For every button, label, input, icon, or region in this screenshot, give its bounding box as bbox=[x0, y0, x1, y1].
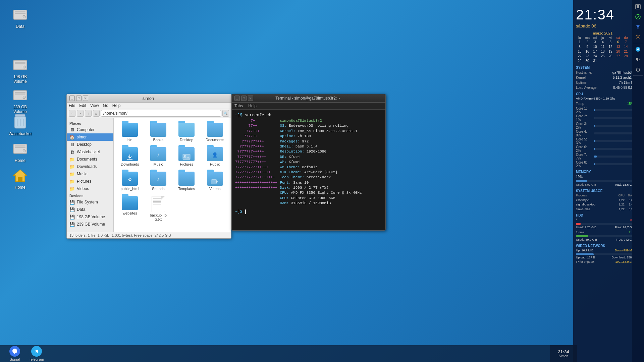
nav-back-btn[interactable]: ‹ bbox=[69, 110, 75, 117]
cal-day-6[interactable]: 6 bbox=[614, 40, 622, 44]
cal-day-25[interactable]: 25 bbox=[599, 54, 606, 58]
cal-day-19[interactable]: 19 bbox=[607, 49, 614, 54]
file-item-public[interactable]: Public bbox=[202, 146, 228, 168]
sidebar-device-filesystem[interactable]: 💾 File System bbox=[67, 198, 113, 206]
file-item-books[interactable]: Books bbox=[146, 121, 171, 143]
terminal-close-btn[interactable]: ✕ bbox=[248, 96, 253, 101]
cal-day-28[interactable]: 28 bbox=[622, 54, 630, 58]
pictures-icon: 📁 bbox=[69, 179, 75, 184]
cal-day-1[interactable]: 1 bbox=[576, 40, 583, 44]
nav-up-btn[interactable]: ↑ bbox=[85, 110, 92, 117]
panel-icon-volume[interactable] bbox=[634, 55, 642, 63]
file-item-public_html[interactable]: ⚙ public_html bbox=[117, 170, 143, 192]
file-item-websites[interactable]: websites bbox=[117, 195, 143, 223]
panel-icon-settings[interactable] bbox=[634, 33, 642, 41]
sidebar-device-data[interactable]: 💾 Data bbox=[67, 206, 113, 213]
sidebar-item-music[interactable]: 📁 Music bbox=[67, 170, 113, 178]
panel-icon-telegram[interactable] bbox=[634, 45, 642, 53]
file-item-desktop[interactable]: Desktop bbox=[174, 121, 200, 143]
cal-day-17[interactable]: 17 bbox=[591, 49, 599, 54]
file-item-downloads[interactable]: Downloads bbox=[117, 146, 143, 168]
cal-day-4[interactable]: 4 bbox=[599, 40, 606, 44]
nav-forward-btn[interactable]: › bbox=[77, 110, 84, 117]
sidebar-item-pictures[interactable]: 📁 Pictures bbox=[67, 178, 113, 185]
cal-day-26[interactable]: 26 bbox=[607, 54, 614, 58]
cal-day-21[interactable]: 21 bbox=[622, 49, 630, 54]
cal-day-12[interactable]: 12 bbox=[607, 45, 614, 49]
sidebar-item-computer[interactable]: 🖥 Computer bbox=[67, 126, 113, 133]
cal-day-10[interactable]: 10 bbox=[591, 45, 599, 49]
terminal-content[interactable]: ~]$ screenfetch 7+ 77++ 777+++ 7777++ 77… bbox=[232, 110, 385, 230]
menu-edit[interactable]: Edit bbox=[79, 103, 86, 108]
desktop-icon-data[interactable]: Data bbox=[7, 7, 34, 29]
taskbar-signal-item[interactable]: Signal bbox=[7, 345, 23, 362]
cal-day-27[interactable]: 27 bbox=[614, 54, 622, 58]
terminal-minimize-btn[interactable]: _ bbox=[234, 96, 240, 101]
cal-day-5[interactable]: 5 bbox=[607, 40, 614, 44]
file-item-documents[interactable]: Documents bbox=[202, 121, 228, 143]
trash-icon-sidebar: 🗑 bbox=[69, 149, 75, 155]
videos-icon: 📁 bbox=[69, 186, 75, 191]
file-item-templates[interactable]: Templates bbox=[174, 170, 200, 192]
menu-help[interactable]: Help bbox=[112, 103, 121, 108]
sidebar-device-239gb[interactable]: 💾 239 GB Volume bbox=[67, 221, 113, 228]
cal-day-15[interactable]: 15 bbox=[576, 49, 583, 54]
sidebar-item-videos[interactable]: 📁 Videos bbox=[67, 185, 113, 192]
cal-day-8[interactable]: 8 bbox=[576, 45, 583, 49]
file-item-backup-log[interactable]: backup_log.txt bbox=[146, 195, 171, 223]
terminal-tab-help[interactable]: Help bbox=[248, 104, 257, 108]
file-manager-body: Places 🖥 Computer 🏠 simon 🖥 Desktop 🗑 Wa… bbox=[67, 118, 231, 232]
taskbar-telegram-item[interactable]: Telegram bbox=[26, 345, 47, 362]
menu-go[interactable]: Go bbox=[103, 103, 108, 108]
sidebar-item-wastebasket[interactable]: 🗑 Wastebasket bbox=[67, 148, 113, 156]
file-item-sounds[interactable]: Sounds bbox=[146, 170, 171, 192]
desktop-icon-239gb[interactable]: 239 GB Volume bbox=[7, 87, 34, 114]
cal-day-20[interactable]: 20 bbox=[614, 49, 622, 54]
cal-day-30[interactable]: 30 bbox=[584, 59, 591, 63]
file-item-pictures[interactable]: Pictures bbox=[174, 146, 200, 168]
sidebar-item-simon[interactable]: 🏠 simon bbox=[67, 133, 113, 141]
nav-home-btn[interactable]: ⌂ bbox=[93, 110, 100, 117]
cal-day-18[interactable]: 18 bbox=[599, 49, 606, 54]
desktop-icon-198gb[interactable]: 198 GB Volume bbox=[7, 57, 34, 84]
menu-view[interactable]: View bbox=[90, 103, 99, 108]
svg-rect-12 bbox=[15, 114, 25, 116]
file-item-music[interactable]: Music bbox=[146, 146, 171, 168]
file-item-videos[interactable]: Videos bbox=[202, 170, 228, 192]
sidebar-item-downloads[interactable]: 📁 Downloads bbox=[67, 163, 113, 170]
cal-day-13[interactable]: 13 bbox=[614, 45, 622, 49]
music-icon: 📁 bbox=[69, 171, 75, 177]
titlebar-minimize-btn[interactable]: _ bbox=[69, 96, 75, 101]
desktop-icon-wastebasket[interactable]: Wastebasket bbox=[7, 114, 34, 136]
sidebar-item-documents[interactable]: 📁 Documents bbox=[67, 156, 113, 163]
panel-icon-1[interactable] bbox=[634, 3, 642, 11]
terminal-tab-tabs[interactable]: Tabs bbox=[234, 104, 243, 108]
terminal-restore-btn[interactable]: □ bbox=[241, 96, 247, 101]
cal-day-11[interactable]: 11 bbox=[599, 45, 606, 49]
panel-icon-wifi[interactable] bbox=[634, 23, 642, 31]
titlebar-restore-btn[interactable]: □ bbox=[76, 96, 82, 101]
cal-day-22[interactable]: 22 bbox=[576, 54, 583, 58]
cal-day-7[interactable]: 7 bbox=[622, 40, 630, 44]
nav-search-btn[interactable]: 🔍 bbox=[222, 110, 229, 117]
cal-day-2[interactable]: 2 bbox=[584, 40, 591, 44]
titlebar-close-btn[interactable]: ✕ bbox=[83, 96, 88, 101]
desktop-icon-filesystem[interactable]: Home bbox=[7, 141, 34, 163]
cal-day-31[interactable]: 31 bbox=[591, 59, 599, 63]
menu-file[interactable]: File bbox=[69, 103, 75, 108]
239gb-icon: 💾 bbox=[69, 222, 75, 227]
panel-icon-power[interactable] bbox=[634, 65, 642, 73]
desktop-icon-home[interactable]: Home bbox=[7, 168, 34, 190]
cal-day-9[interactable]: 9 bbox=[584, 45, 591, 49]
cal-day-16[interactable]: 16 bbox=[584, 49, 591, 54]
cal-day-29[interactable]: 29 bbox=[576, 59, 583, 63]
sidebar-item-desktop[interactable]: 🖥 Desktop bbox=[67, 141, 113, 148]
cal-day-14[interactable]: 14 bbox=[622, 45, 630, 49]
sidebar-device-198gb[interactable]: 💾 198 GB Volume bbox=[67, 213, 113, 221]
panel-icon-2[interactable] bbox=[634, 13, 642, 21]
file-item-bin[interactable]: bin bbox=[117, 121, 143, 143]
cal-day-24[interactable]: 24 bbox=[591, 54, 599, 58]
cal-day-3[interactable]: 3 bbox=[591, 40, 599, 44]
path-bar[interactable]: /home/simon/ bbox=[101, 110, 221, 117]
cal-day-23[interactable]: 23 bbox=[584, 54, 591, 58]
